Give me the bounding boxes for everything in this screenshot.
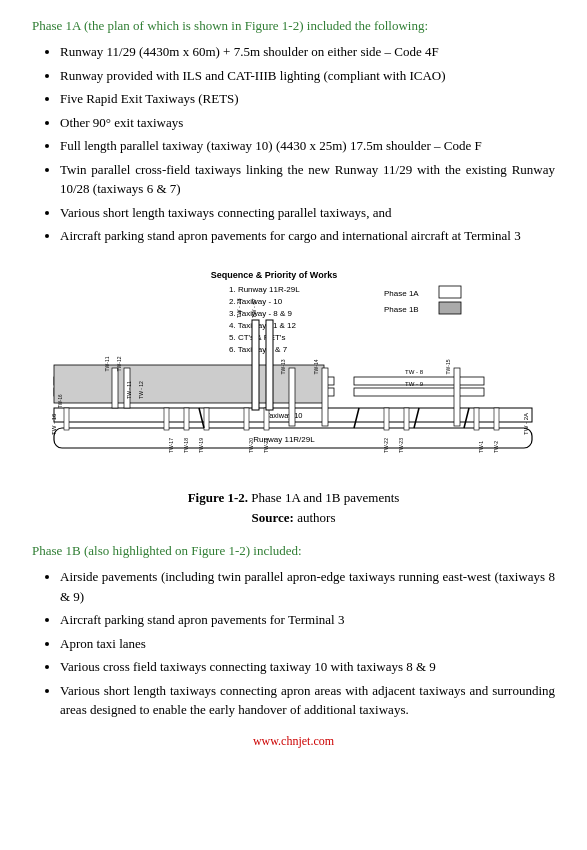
svg-text:1. Runway 11R-29L: 1. Runway 11R-29L xyxy=(229,285,300,294)
list-item: Twin parallel cross-field taxiways linki… xyxy=(60,160,555,199)
svg-rect-31 xyxy=(322,368,328,426)
list-item: Five Rapid Exit Taxiways (RETS) xyxy=(60,89,555,109)
svg-text:TW-14: TW-14 xyxy=(313,359,319,374)
svg-text:Phase 1B: Phase 1B xyxy=(384,305,419,314)
svg-rect-40 xyxy=(244,408,249,430)
svg-text:TW - 11: TW - 11 xyxy=(126,380,132,398)
svg-text:TW-12: TW-12 xyxy=(116,356,122,371)
list-item: Runway provided with ILS and CAT-IIIB li… xyxy=(60,66,555,86)
list-item: Full length parallel taxiway (taxiway 10… xyxy=(60,136,555,156)
list-item: Runway 11/29 (4430m x 60m) + 7.5m should… xyxy=(60,42,555,62)
svg-text:Phase 1A: Phase 1A xyxy=(384,289,419,298)
svg-text:TW-19: TW-19 xyxy=(198,437,204,452)
svg-text:TW - 28: TW - 28 xyxy=(236,298,242,318)
svg-text:TW - 12: TW - 12 xyxy=(138,380,144,398)
caption-bold: Figure 1-2. xyxy=(188,490,248,505)
svg-rect-11 xyxy=(439,302,461,314)
footer-url: www.chnjet.com xyxy=(32,734,555,749)
svg-text:4. Taxiway 11 & 12: 4. Taxiway 11 & 12 xyxy=(229,321,297,330)
svg-text:Taxiway 10: Taxiway 10 xyxy=(265,411,302,420)
svg-rect-25 xyxy=(112,368,118,408)
svg-rect-9 xyxy=(439,286,461,298)
list-item: Other 90° exit taxiways xyxy=(60,113,555,133)
svg-rect-35 xyxy=(64,408,69,430)
list-item: Various cross field taxiways connecting … xyxy=(60,657,555,677)
list-item: Aircraft parking stand apron pavements f… xyxy=(60,226,555,246)
figure-container: Sequence & Priority of Works 1. Runway 1… xyxy=(32,260,555,530)
svg-rect-43 xyxy=(404,408,409,430)
list-item: Various short length taxiways connecting… xyxy=(60,681,555,720)
svg-text:TW-22: TW-22 xyxy=(383,437,389,452)
svg-rect-48 xyxy=(266,320,273,410)
svg-rect-22 xyxy=(354,388,484,396)
source-text: authors xyxy=(294,510,336,525)
svg-rect-41 xyxy=(264,408,269,430)
svg-rect-37 xyxy=(164,408,169,430)
svg-text:TW-13: TW-13 xyxy=(280,359,286,374)
svg-text:TW-18: TW-18 xyxy=(183,437,189,452)
svg-text:TW - 2A: TW - 2A xyxy=(523,413,529,435)
source-bold: Source: xyxy=(252,510,294,525)
svg-text:Sequence & Priority of Works: Sequence & Priority of Works xyxy=(210,270,336,280)
svg-text:TW-16: TW-16 xyxy=(58,394,63,408)
svg-text:TW - 07: TW - 07 xyxy=(251,298,257,318)
list-item: Apron taxi lanes xyxy=(60,634,555,654)
svg-text:TW - 9: TW - 9 xyxy=(405,381,424,387)
phase1b-heading: Phase 1B (also highlighted on Figure 1-2… xyxy=(32,543,555,559)
diagram-svg: Sequence & Priority of Works 1. Runway 1… xyxy=(44,260,544,480)
list-item: Various short length taxiways connecting… xyxy=(60,203,555,223)
svg-rect-44 xyxy=(474,408,479,430)
phase1a-bullet-list: Runway 11/29 (4430m x 60m) + 7.5m should… xyxy=(60,42,555,246)
caption-text: Phase 1A and 1B pavements xyxy=(248,490,399,505)
svg-rect-45 xyxy=(494,408,499,430)
svg-text:TW-11: TW-11 xyxy=(104,356,110,371)
svg-rect-39 xyxy=(204,408,209,430)
svg-rect-38 xyxy=(184,408,189,430)
svg-text:TW - 8: TW - 8 xyxy=(405,369,424,375)
svg-text:TW-17: TW-17 xyxy=(168,437,174,452)
svg-text:TW-15: TW-15 xyxy=(445,359,451,374)
svg-text:TW-2: TW-2 xyxy=(493,440,499,452)
figure-diagram: Sequence & Priority of Works 1. Runway 1… xyxy=(44,260,544,480)
svg-rect-42 xyxy=(384,408,389,430)
svg-text:TW-20: TW-20 xyxy=(248,437,254,452)
svg-text:TW-23: TW-23 xyxy=(398,437,404,452)
svg-rect-29 xyxy=(289,368,295,426)
list-item: Airside pavements (including twin parall… xyxy=(60,567,555,606)
svg-rect-33 xyxy=(454,368,460,426)
svg-text:TW-21: TW-21 xyxy=(263,437,269,452)
svg-rect-46 xyxy=(252,320,259,410)
figure-caption: Figure 1-2. Phase 1A and 1B pavements So… xyxy=(188,488,400,530)
list-item: Aircraft parking stand apron pavements f… xyxy=(60,610,555,630)
phase1b-bullet-list: Airside pavements (including twin parall… xyxy=(60,567,555,720)
svg-text:TW - 16: TW - 16 xyxy=(51,413,57,435)
svg-text:TW-1: TW-1 xyxy=(478,440,484,452)
phase1a-heading: Phase 1A (the plan of which is shown in … xyxy=(32,18,555,34)
